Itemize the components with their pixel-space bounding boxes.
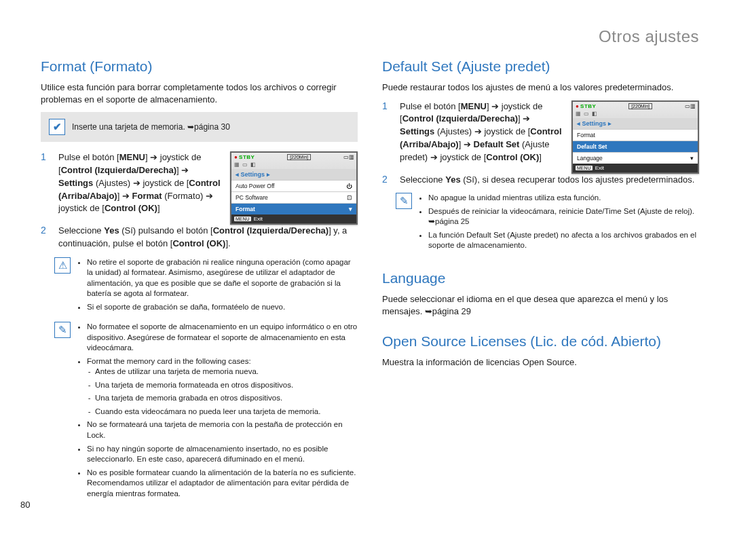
list-item: No apague la unidad mientras utiliza est…	[428, 193, 699, 204]
step-number: 1	[41, 151, 52, 215]
rec-dot-icon: ●	[234, 154, 238, 160]
lcd-screenshot-default-set: ● STBY [220Min] ▭ ▥ ▦▭◧ ◂ Settings ▸ For…	[571, 100, 699, 174]
card-icon: ▭	[242, 162, 248, 168]
menu-key-icon: MENU	[576, 166, 593, 170]
step-number: 2	[41, 225, 52, 250]
lcd-item: Format	[573, 129, 698, 141]
intro-default-set: Puede restaurar todos los ajustes de men…	[382, 81, 699, 94]
intro-open-source: Muestra la información de licencias Open…	[382, 356, 699, 369]
memory-note-box: Inserte una tarjeta de memoria. ➥página …	[41, 112, 358, 142]
check-icon	[49, 119, 65, 135]
intro-language: Puede seleccionar el idioma en el que de…	[382, 293, 699, 317]
lcd-item: PC Software⊡	[231, 191, 356, 203]
heading-open-source: Open Source Licenses (Lic. de cód. Abier…	[382, 333, 699, 350]
list-item: No es posible formatear cuando la alimen…	[87, 468, 358, 500]
lcd-menu-header: ◂ Settings ▸	[231, 169, 356, 180]
lcd-exit-row: MENUExit	[231, 214, 356, 223]
disk-icon: ⊡	[347, 194, 352, 201]
menu-key-icon: MENU	[234, 217, 251, 221]
time-remaining: [220Min]	[287, 154, 311, 160]
list-item: Format the memory card in the following …	[87, 356, 358, 417]
lcd-icon-row: ▦▭◧	[231, 162, 356, 169]
lcd-item: Language▾	[573, 152, 698, 164]
list-item: Cuando esta videocámara no pueda leer un…	[95, 407, 358, 417]
info-block: No formatee el soporte de almacenamiento…	[54, 322, 358, 502]
lcd-screenshot-format: ● STBY [220Min] ▭ ▥ ▦▭◧ ◂ Settings ▸ Aut…	[230, 151, 358, 225]
chevron-down-icon: ▾	[690, 155, 694, 162]
grid-icon: ▦	[234, 162, 240, 168]
heading-default-set: Default Set (Ajuste predet)	[382, 58, 699, 75]
lcd-item: Auto Power Off⏻	[231, 180, 356, 191]
lcd-exit-row: MENUExit	[573, 164, 698, 172]
list-item: Una tarjeta de memoria grabada en otros …	[95, 393, 358, 404]
list-item: Después de reiniciar la videocámara, rei…	[428, 206, 699, 227]
step-number: 1	[382, 100, 393, 164]
note-icon	[54, 322, 71, 338]
step-number: 2	[382, 174, 393, 187]
lcd-icon-row: ▦▭◧	[573, 111, 698, 118]
list-item: No se formateará una tarjeta de memoria …	[87, 419, 358, 441]
note-icon	[396, 193, 412, 209]
time-remaining: [220Min]	[628, 103, 652, 109]
mode-icon: ◧	[592, 111, 597, 117]
clock-icon: ⏻	[346, 183, 352, 189]
list-item: No retire el soporte de grabación ni rea…	[87, 257, 358, 299]
list-item: Si no hay ningún soporte de almacenamien…	[87, 444, 358, 465]
intro-format: Utilice esta función para borrar complet…	[41, 81, 358, 105]
chevron-down-icon: ▾	[349, 206, 352, 212]
lcd-menu-header: ◂ Settings ▸	[573, 118, 698, 129]
heading-language: Language	[382, 270, 699, 286]
step-2: 2 Seleccione Yes (Sí) pulsando el botón …	[41, 225, 358, 250]
list-item: La función Default Set (Ajuste predet) n…	[428, 230, 699, 251]
list-item: No formatee el soporte de almacenamiento…	[87, 322, 358, 354]
right-column: Default Set (Ajuste predet) Puede restau…	[382, 58, 699, 508]
left-column: Format (Formato) Utilice esta función pa…	[41, 58, 358, 508]
list-item: Si el soporte de grabación se daña, form…	[87, 302, 358, 313]
card-icon: ▭	[584, 111, 589, 117]
rec-dot-icon: ●	[576, 103, 579, 109]
warning-icon	[54, 257, 71, 274]
info-block: No apague la unidad mientras utiliza est…	[396, 193, 699, 254]
stby-label: STBY	[580, 103, 596, 109]
lcd-item-selected: Default Set	[573, 141, 698, 152]
list-item: Una tarjeta de memoria formateada en otr…	[95, 380, 358, 391]
battery-icon: ▭ ▥	[343, 154, 354, 160]
list-item: Antes de utilizar una tarjeta de memoria…	[95, 367, 358, 377]
section-title: Otros ajustes	[41, 27, 699, 46]
step-1: 1 Pulse el botón [MENU] ➔ joystick de [C…	[41, 151, 223, 215]
battery-icon: ▭ ▥	[685, 103, 695, 109]
page-number: 80	[20, 500, 30, 510]
grid-icon: ▦	[576, 111, 581, 117]
lcd-item-selected: Format▾	[231, 203, 356, 214]
step-1: 1 Pulse el botón [MENU] ➔ joystick de [C…	[382, 100, 565, 164]
step-2: 2 Seleccione Yes (Sí), si desea recupera…	[382, 174, 699, 187]
mode-icon: ◧	[250, 162, 256, 168]
memory-note-text: Inserte una tarjeta de memoria. ➥página …	[72, 122, 230, 132]
warning-block: No retire el soporte de grabación ni rea…	[54, 257, 358, 316]
stby-label: STBY	[239, 154, 255, 160]
heading-format: Format (Formato)	[41, 58, 358, 75]
